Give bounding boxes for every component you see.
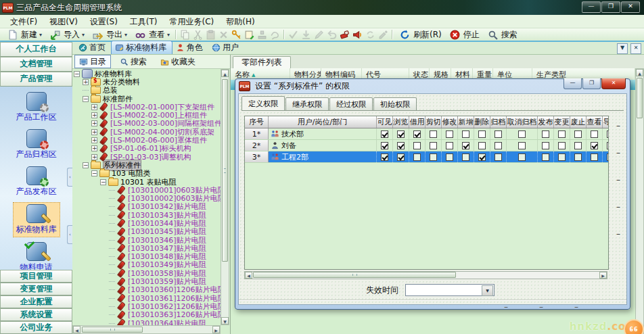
tree-expand-icon[interactable]: +: [83, 79, 89, 85]
toolbar-view-button[interactable]: 查看▾: [131, 28, 173, 41]
tree-collapse-icon[interactable]: −: [74, 71, 80, 77]
tree-expand-icon[interactable]: +: [91, 112, 97, 118]
grid-header-12[interactable]: 变更: [554, 116, 570, 128]
permission-checkbox[interactable]: [574, 142, 582, 149]
grid-row[interactable]: 2*刘备: [245, 140, 608, 151]
tree-toolbar-search2-button[interactable]: 搜索: [115, 55, 152, 68]
sidebar-collapse-icon[interactable]: ‹: [67, 225, 72, 244]
tab-list-dropdown-button[interactable]: ▼: [617, 43, 628, 54]
scroll-right-icon[interactable]: ▶: [599, 272, 607, 279]
permission-checkbox[interactable]: [446, 130, 453, 138]
dialog-close-button[interactable]: ✕: [601, 78, 626, 89]
menu-item-1[interactable]: 视图(V): [43, 16, 84, 28]
permission-checkbox[interactable]: [518, 142, 526, 149]
permission-checkbox-checked[interactable]: [397, 153, 405, 161]
tree-toolbar-catalog-button[interactable]: 目录: [74, 55, 111, 68]
permission-checkbox[interactable]: [518, 130, 526, 138]
sidebar-section-bottom-3[interactable]: 系统设置: [0, 308, 72, 321]
permission-checkbox[interactable]: [558, 153, 566, 161]
grid-header-13[interactable]: 废止: [570, 116, 586, 128]
key-icon[interactable]: [231, 30, 242, 40]
delete-icon[interactable]: [218, 30, 229, 40]
tab-close-button[interactable]: ✕: [630, 43, 641, 54]
grid-row[interactable]: 1*技术部: [245, 128, 608, 140]
permission-tab-3[interactable]: 初始权限: [373, 97, 417, 110]
tree-expand-icon[interactable]: +: [91, 104, 97, 110]
parts-vertical-scrollbar[interactable]: ▲ ▼: [635, 68, 644, 334]
menu-item-3[interactable]: 工具(T): [124, 16, 164, 28]
tree-toolbar-favorites-button[interactable]: 收藏夹: [156, 55, 200, 68]
permission-checkbox[interactable]: [495, 153, 502, 161]
toolbar-refresh-button[interactable]: 刷新(R): [395, 28, 445, 41]
grid-header-10[interactable]: 取消归档: [507, 116, 538, 128]
permission-checkbox[interactable]: [607, 142, 609, 149]
scroll-down-icon[interactable]: ▼: [221, 317, 229, 325]
permission-checkbox-checked[interactable]: [381, 130, 388, 138]
sidebar-item-request[interactable]: 物料申请: [18, 241, 55, 270]
menu-item-0[interactable]: 文件(F): [4, 16, 43, 28]
close-button[interactable]: ✕: [621, 1, 640, 13]
permission-checkbox-checked[interactable]: [381, 153, 388, 161]
permission-checkbox[interactable]: [478, 142, 486, 149]
permission-checkbox[interactable]: [591, 153, 598, 161]
toolbar-export-button[interactable]: 导出▾: [88, 28, 131, 41]
tree-expand-icon[interactable]: +: [91, 137, 97, 143]
tree-expand-icon[interactable]: +: [91, 120, 97, 126]
lasso-icon[interactable]: [270, 30, 280, 40]
grid-header-9[interactable]: 归档: [490, 116, 507, 128]
grid-row[interactable]: 3*工程2部: [245, 151, 608, 163]
grid-header-3[interactable]: 浏览: [393, 116, 409, 128]
dialog-title-bar[interactable]: PLM 设置 “系列标准件” 的权限 — ❐ ✕: [238, 79, 627, 93]
permission-checkbox[interactable]: [607, 130, 609, 138]
permission-checkbox[interactable]: [446, 142, 453, 149]
toolbar-import-button[interactable]: 导入▾: [45, 28, 88, 41]
sidebar-item-workspace[interactable]: 产品工作区: [14, 91, 60, 124]
tab-role[interactable]: 角色: [172, 41, 208, 54]
permission-checkbox[interactable]: [574, 153, 582, 161]
note-icon[interactable]: [244, 30, 254, 40]
edit-icon[interactable]: [314, 30, 324, 40]
sidebar-section-bottom-4[interactable]: 公司业务: [0, 321, 72, 334]
toolbar-search-button[interactable]: 搜索: [483, 28, 521, 41]
tree-expand-icon[interactable]: +: [91, 154, 97, 160]
tab-user[interactable]: 用户: [208, 41, 244, 54]
tab-home[interactable]: 首页: [75, 41, 111, 54]
permission-checkbox-checked[interactable]: [381, 142, 388, 149]
permission-checkbox-checked[interactable]: [462, 142, 469, 149]
dialog-maximize-button[interactable]: ❐: [582, 78, 601, 89]
permission-checkbox[interactable]: [542, 153, 549, 161]
permission-checkbox-checked[interactable]: [397, 142, 405, 149]
permission-checkbox[interactable]: [542, 130, 549, 138]
grid-header-14[interactable]: 查看: [586, 116, 603, 128]
permission-checkbox[interactable]: [446, 153, 453, 161]
tree-collapse-icon[interactable]: −: [91, 170, 97, 176]
permission-checkbox[interactable]: [542, 142, 549, 149]
permission-checkbox[interactable]: [462, 130, 469, 138]
tree-expand-icon[interactable]: +: [91, 145, 97, 151]
sidebar-section-0[interactable]: 个人工作台: [0, 42, 72, 57]
scroll-up-icon[interactable]: ▲: [221, 70, 229, 77]
sidebar-section-1[interactable]: 文档管理: [0, 57, 72, 72]
scroll-left-icon[interactable]: ◀: [73, 326, 80, 333]
tree-collapse-icon[interactable]: −: [83, 162, 89, 168]
download-icon[interactable]: [301, 30, 311, 40]
grid-header-6[interactable]: 修改: [442, 116, 458, 128]
sidebar-item-material[interactable]: 标准物料库: [13, 202, 60, 237]
restore-button[interactable]: ❐: [601, 1, 620, 13]
tree-collapse-icon[interactable]: −: [83, 96, 89, 102]
grid-header-7[interactable]: 新增: [458, 116, 474, 128]
horn-icon[interactable]: [352, 30, 363, 40]
sidebar-section-2[interactable]: 产品管理: [0, 72, 72, 87]
tree-horizontal-scrollbar[interactable]: ◀ ▶: [72, 325, 221, 334]
copy-icon[interactable]: [180, 30, 190, 40]
tree-expand-icon[interactable]: +: [91, 129, 97, 135]
permission-checkbox[interactable]: [591, 130, 598, 138]
permission-checkbox[interactable]: [518, 153, 526, 161]
grid-horizontal-scrollbar[interactable]: ◀ ▶: [244, 271, 607, 279]
tree-vertical-scrollbar[interactable]: ▲ ▼: [221, 69, 229, 325]
sync-icon[interactable]: [365, 30, 375, 40]
tree-collapse-icon[interactable]: −: [100, 179, 106, 185]
sidebar-item-archive[interactable]: 产品归档区: [14, 128, 60, 162]
check-icon[interactable]: [288, 30, 298, 40]
grid-header-1[interactable]: 用户/岗位/部门: [269, 116, 377, 128]
